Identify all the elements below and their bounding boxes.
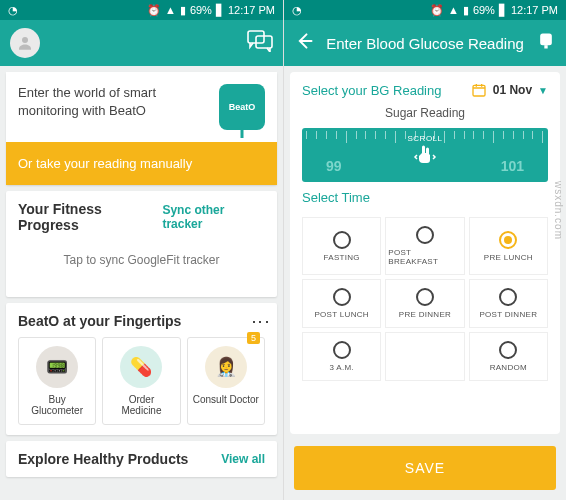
alarm-icon: ⏰ bbox=[147, 4, 161, 17]
date-value: 01 Nov bbox=[493, 83, 532, 97]
glucometer-icon: 📟 bbox=[36, 346, 78, 388]
calendar-icon bbox=[471, 82, 487, 98]
screen-home: ◔ ⏰ ▲ ▮ 69% ▋ 12:17 PM Enter the world o… bbox=[0, 0, 283, 500]
tile-consult-doctor[interactable]: 5 👩‍⚕️ Consult Doctor bbox=[187, 337, 265, 425]
watermark: wsxdn.com bbox=[553, 181, 564, 240]
radio-icon bbox=[333, 231, 351, 249]
tile-label: Consult Doctor bbox=[193, 394, 259, 405]
radio-icon bbox=[416, 226, 434, 244]
time-option-pre-lunch[interactable]: PRE LUNCH bbox=[469, 217, 548, 275]
home-content: Enter the world of smart monitoring with… bbox=[0, 66, 283, 500]
time-label: RANDOM bbox=[490, 363, 527, 372]
fingertips-tiles: 📟 Buy Glucometer 💊 Order Medicine 5 👩‍⚕️… bbox=[18, 337, 265, 425]
battery-percent: 69% bbox=[190, 4, 212, 16]
ruler-value-right: 101 bbox=[501, 158, 524, 174]
radio-icon bbox=[499, 341, 517, 359]
clock-time: 12:17 PM bbox=[511, 4, 558, 16]
page-title: Enter Blood Glucose Reading bbox=[326, 35, 524, 52]
device-icon[interactable] bbox=[536, 31, 556, 55]
doctor-icon: 👩‍⚕️ bbox=[205, 346, 247, 388]
tile-order-medicine[interactable]: 💊 Order Medicine bbox=[102, 337, 180, 425]
time-label: PRE DINNER bbox=[399, 310, 451, 319]
time-option-pre-dinner[interactable]: PRE DINNER bbox=[385, 279, 464, 328]
back-icon[interactable] bbox=[294, 31, 314, 55]
time-label: PRE LUNCH bbox=[484, 253, 533, 262]
svg-point-0 bbox=[22, 37, 28, 43]
date-picker[interactable]: 01 Nov ▼ bbox=[471, 82, 548, 98]
app-bar bbox=[0, 20, 283, 66]
svg-rect-5 bbox=[473, 85, 485, 96]
avatar[interactable] bbox=[10, 28, 40, 58]
radio-icon bbox=[333, 341, 351, 359]
time-label: FASTING bbox=[324, 253, 360, 262]
time-option-3-a-m-[interactable]: 3 A.M. bbox=[302, 332, 381, 381]
time-option-post-breakfast[interactable]: POST BREAKFAST bbox=[385, 217, 464, 275]
alarm-icon: ⏰ bbox=[430, 4, 444, 17]
radio-icon bbox=[499, 288, 517, 306]
radio-icon bbox=[416, 288, 434, 306]
hero-badge-text: BeatO bbox=[229, 102, 256, 112]
select-bg-label: Select your BG Reading bbox=[302, 83, 441, 98]
wifi-icon: ▲ bbox=[448, 4, 459, 16]
fingertips-title: BeatO at your Fingertips bbox=[18, 313, 181, 329]
bg-content: Select your BG Reading 01 Nov ▼ Sugar Re… bbox=[284, 66, 566, 500]
chevron-down-icon: ▼ bbox=[538, 85, 548, 96]
fitness-title: Your Fitness Progress bbox=[18, 201, 162, 233]
save-button[interactable]: SAVE bbox=[294, 446, 556, 490]
battery-percent: 69% bbox=[473, 4, 495, 16]
explore-card: Explore Healthy Products View all bbox=[6, 441, 277, 477]
time-option-random[interactable]: RANDOM bbox=[469, 332, 548, 381]
time-option-post-dinner[interactable]: POST DINNER bbox=[469, 279, 548, 328]
radio-icon bbox=[333, 288, 351, 306]
medicine-icon: 💊 bbox=[120, 346, 162, 388]
time-grid: FASTINGPOST BREAKFASTPRE LUNCHPOST LUNCH… bbox=[302, 217, 548, 381]
app-icon: ◔ bbox=[292, 4, 302, 17]
tile-buy-glucometer[interactable]: 📟 Buy Glucometer bbox=[18, 337, 96, 425]
status-bar: ◔ ⏰ ▲ ▮ 69% ▋ 12:17 PM bbox=[284, 0, 566, 20]
signal-icon: ▮ bbox=[180, 4, 186, 17]
fitness-card: Your Fitness Progress Sync other tracker… bbox=[6, 191, 277, 297]
hero-device-icon: BeatO bbox=[219, 84, 265, 130]
bg-card: Select your BG Reading 01 Nov ▼ Sugar Re… bbox=[290, 72, 560, 434]
battery-icon: ▋ bbox=[499, 4, 507, 17]
sugar-reading-title: Sugar Reading bbox=[302, 106, 548, 120]
status-bar: ◔ ⏰ ▲ ▮ 69% ▋ 12:17 PM bbox=[0, 0, 283, 20]
fingertips-card: BeatO at your Fingertips ⋮ 📟 Buy Glucome… bbox=[6, 303, 277, 435]
wifi-icon: ▲ bbox=[165, 4, 176, 16]
time-cell-empty bbox=[385, 332, 464, 381]
clock-time: 12:17 PM bbox=[228, 4, 275, 16]
app-icon: ◔ bbox=[8, 4, 18, 17]
hero-text: Enter the world of smart monitoring with… bbox=[18, 84, 209, 119]
time-label: POST BREAKFAST bbox=[388, 248, 461, 266]
battery-icon: ▋ bbox=[216, 4, 224, 17]
select-time-label: Select Time bbox=[302, 190, 548, 205]
explore-title: Explore Healthy Products bbox=[18, 451, 188, 467]
more-icon[interactable]: ⋮ bbox=[256, 313, 265, 329]
hero-card: Enter the world of smart monitoring with… bbox=[6, 72, 277, 185]
sugar-ruler[interactable]: SCROLL 99 101 bbox=[302, 128, 548, 182]
hand-scroll-icon bbox=[413, 143, 437, 167]
time-label: 3 A.M. bbox=[329, 363, 353, 372]
time-option-post-lunch[interactable]: POST LUNCH bbox=[302, 279, 381, 328]
app-bar: Enter Blood Glucose Reading bbox=[284, 20, 566, 66]
svg-rect-4 bbox=[544, 45, 547, 48]
svg-rect-3 bbox=[540, 34, 552, 46]
view-all-link[interactable]: View all bbox=[221, 452, 265, 466]
time-label: POST DINNER bbox=[479, 310, 537, 319]
signal-icon: ▮ bbox=[463, 4, 469, 17]
tile-label: Buy Glucometer bbox=[23, 394, 91, 416]
sync-tracker-link[interactable]: Sync other tracker bbox=[162, 203, 265, 231]
time-label: POST LUNCH bbox=[314, 310, 368, 319]
scroll-label: SCROLL bbox=[407, 134, 442, 143]
fitness-body[interactable]: Tap to sync GoogleFit tracker bbox=[18, 233, 265, 287]
ruler-value-left: 99 bbox=[326, 158, 342, 174]
time-option-fasting[interactable]: FASTING bbox=[302, 217, 381, 275]
tile-badge: 5 bbox=[247, 332, 260, 344]
manual-reading-button[interactable]: Or take your reading manually bbox=[6, 142, 277, 185]
screen-bg-reading: ◔ ⏰ ▲ ▮ 69% ▋ 12:17 PM Enter Blood Gluco… bbox=[283, 0, 566, 500]
radio-icon bbox=[499, 231, 517, 249]
tile-label: Order Medicine bbox=[107, 394, 175, 416]
chat-icon[interactable] bbox=[247, 30, 273, 56]
user-icon bbox=[16, 34, 34, 52]
